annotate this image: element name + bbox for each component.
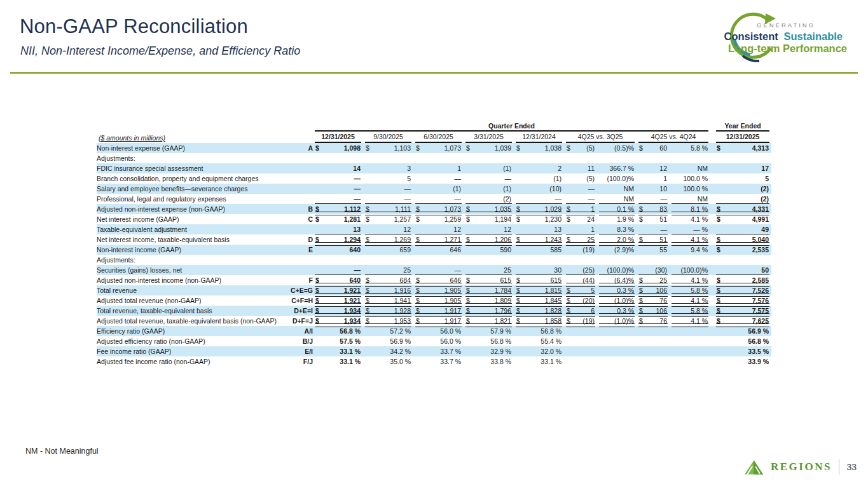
row-label: Securities (gains) losses, net (97, 265, 285, 275)
value-cell: 33.9 % (710, 356, 771, 367)
value-cell: $1 (564, 204, 597, 214)
value-cell: $4,991 (710, 214, 771, 224)
value-cell: (5) (564, 173, 597, 184)
value-cell (637, 153, 670, 163)
row-label: Non-interest expense (GAAP) (97, 143, 285, 153)
footer-brand: REGIONS 33 (744, 458, 857, 477)
value-cell: 9.4 % (670, 245, 710, 255)
value-cell (597, 336, 637, 346)
table-row: Adjustments: (97, 153, 771, 163)
table-row: Total revenue, taxable-equivalent basisD… (97, 306, 771, 316)
value-cell: $2,535 (710, 245, 771, 255)
value-cell: 2 (514, 163, 564, 173)
value-cell: $5,040 (710, 234, 771, 245)
value-cell: 56.8 % (313, 326, 363, 336)
column-header: 12/31/2025 (716, 132, 769, 143)
value-cell: — (313, 173, 363, 184)
value-cell (514, 153, 564, 163)
value-cell (564, 255, 597, 265)
value-cell: — (564, 184, 597, 194)
value-cell: $1,206 (464, 234, 514, 245)
value-cell: $1,917 (413, 306, 464, 316)
row-label: Adjusted total revenue, taxable-equivale… (97, 316, 285, 326)
row-label: Adjustments: (97, 153, 285, 163)
value-cell: 4.1 % (670, 295, 710, 306)
value-cell: 590 (464, 245, 514, 255)
value-cell (597, 356, 637, 367)
value-cell: 4.1 % (670, 234, 710, 245)
value-cell (564, 326, 597, 336)
value-cell: $7,575 (710, 306, 771, 316)
year-ended-header: Year Ended (716, 121, 769, 132)
value-cell: 2.0 % (597, 234, 637, 245)
value-cell (597, 255, 637, 265)
value-cell: 32.0 % (514, 346, 564, 356)
table-row: Taxable-equivalent adjustment13121212131… (97, 224, 771, 234)
row-ref: B/J (285, 336, 313, 346)
value-cell: 12 (363, 224, 413, 234)
value-cell: 3 (363, 163, 413, 173)
value-cell: 0.3 % (597, 285, 637, 295)
row-ref (285, 153, 313, 163)
value-cell (564, 153, 597, 163)
row-ref: D+F=J (285, 316, 313, 326)
row-ref (285, 184, 313, 194)
value-cell (637, 255, 670, 265)
value-cell: (2) (710, 194, 771, 204)
value-cell: $106 (637, 285, 670, 295)
value-cell (597, 326, 637, 336)
column-header: 12/31/2025 (315, 132, 361, 143)
value-cell: $4,331 (710, 204, 771, 214)
row-label: Fee income ratio (GAAP) (97, 346, 285, 356)
row-label: Adjustments: (97, 255, 285, 265)
value-cell: 25 (363, 265, 413, 275)
row-ref (285, 163, 313, 173)
value-cell: $1,821 (464, 316, 514, 326)
tagline-sustainable: Sustainable (783, 30, 843, 42)
page-subtitle: NII, Non-Interest Income/Expense, and Ef… (20, 44, 300, 58)
value-cell: 12 (413, 224, 464, 234)
value-cell: — (313, 184, 363, 194)
value-cell: $1,281 (313, 214, 363, 224)
value-cell: $1,035 (464, 204, 514, 214)
value-cell (363, 255, 413, 265)
value-cell: $106 (637, 306, 670, 316)
value-cell: $1,269 (363, 234, 413, 245)
value-cell: 0.3 % (597, 306, 637, 316)
value-cell: 5.8 % (670, 285, 710, 295)
value-cell: $1,905 (413, 285, 464, 295)
value-cell: 100.0 % (670, 173, 710, 184)
value-cell: NM (670, 194, 710, 204)
value-cell (637, 346, 670, 356)
value-cell: $1,905 (413, 295, 464, 306)
value-cell: 33.8 % (464, 356, 514, 367)
value-cell: $1,039 (464, 143, 514, 153)
value-cell: 56.0 % (413, 336, 464, 346)
value-cell: (10) (514, 184, 564, 194)
value-cell: $1,845 (514, 295, 564, 306)
value-cell: $1,073 (413, 204, 464, 214)
value-cell: NM (597, 184, 637, 194)
value-cell: $51 (637, 234, 670, 245)
value-cell: — (413, 173, 464, 184)
regions-triangle-icon (744, 459, 764, 475)
value-cell (597, 346, 637, 356)
value-cell: $646 (413, 275, 464, 285)
table-group-header-row: Quarter Ended Year Ended (97, 121, 771, 132)
value-cell: (2) (464, 194, 514, 204)
value-cell: (0.5)% (597, 143, 637, 153)
value-cell: $1,294 (313, 234, 363, 245)
value-cell: (1) (413, 184, 464, 194)
value-cell (597, 153, 637, 163)
value-cell (710, 255, 771, 265)
value-cell: (25) (564, 265, 597, 275)
value-cell (564, 346, 597, 356)
quarter-ended-header: Quarter Ended (315, 121, 708, 132)
value-cell: 1 (413, 163, 464, 173)
row-label: FDIC insurance special assessment (97, 163, 285, 173)
value-cell: $1,230 (514, 214, 564, 224)
value-cell: (6.4)% (597, 275, 637, 285)
row-ref: D+E=I (285, 306, 313, 316)
table-row: Adjustments: (97, 255, 771, 265)
value-cell: 8.3 % (597, 224, 637, 234)
